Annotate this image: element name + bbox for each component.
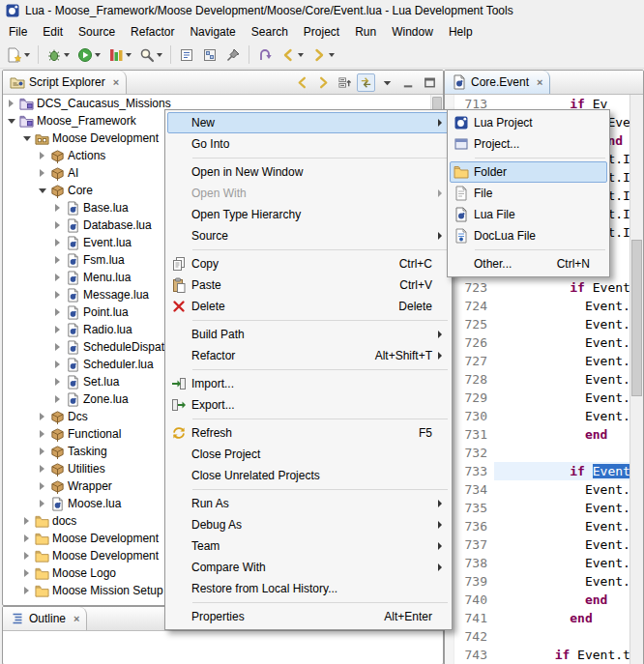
menu-run[interactable]: Run [347, 23, 384, 41]
minimize-icon[interactable] [399, 73, 418, 92]
menu-item-compare-with[interactable]: Compare With [167, 557, 450, 578]
menu-window[interactable]: Window [384, 23, 441, 41]
expander-expanded-icon[interactable] [7, 116, 16, 126]
menu-item-paste[interactable]: PasteCtrl+V [167, 274, 450, 296]
dropdown-arrow-icon[interactable] [329, 53, 335, 57]
dropdown-arrow-icon[interactable] [126, 53, 132, 57]
menu-item-source[interactable]: Source [167, 225, 450, 246]
dropdown-arrow-icon[interactable] [157, 53, 162, 57]
menu-refactor[interactable]: Refactor [123, 23, 182, 41]
expander-collapsed-icon[interactable] [53, 307, 63, 317]
menu-source[interactable]: Source [71, 23, 123, 41]
debug-button[interactable] [43, 43, 73, 68]
back-icon[interactable] [293, 73, 311, 92]
tab-script-explorer[interactable]: Script Explorer × [3, 71, 127, 94]
expander-collapsed-icon[interactable] [7, 99, 16, 108]
menu-item-properties[interactable]: PropertiesAlt+Enter [167, 606, 450, 627]
expander-collapsed-icon[interactable] [38, 168, 47, 178]
menu-edit[interactable]: Edit [35, 23, 71, 41]
menu-item-lua-project[interactable]: Lua Project [450, 112, 607, 133]
menu-item-export[interactable]: Export... [167, 394, 450, 416]
expander-collapsed-icon[interactable] [38, 412, 47, 421]
menu-item-import[interactable]: Import... [167, 373, 450, 394]
dropdown-arrow-icon[interactable] [95, 53, 101, 57]
editor-scrollbar[interactable] [629, 95, 643, 664]
menu-item-refactor[interactable]: RefactorAlt+Shift+T [167, 345, 450, 366]
run-button[interactable] [73, 43, 104, 68]
expander-collapsed-icon[interactable] [22, 586, 32, 595]
expander-collapsed-icon[interactable] [38, 151, 47, 160]
expander-expanded-icon[interactable] [38, 186, 47, 195]
expander-collapsed-icon[interactable] [38, 499, 47, 508]
expander-collapsed-icon[interactable] [38, 464, 47, 474]
expander-collapsed-icon[interactable] [53, 220, 63, 230]
menu-item-doclua-file[interactable]: DocLua File [450, 225, 607, 246]
expander-collapsed-icon[interactable] [53, 290, 63, 300]
menu-item-restore-from-local-history[interactable]: Restore from Local History... [167, 578, 450, 599]
menu-item-open-in-new-window[interactable]: Open in New Window [167, 161, 450, 183]
tab-core-event[interactable]: Core.Event × [445, 71, 550, 94]
scrollbar-thumb[interactable] [631, 240, 642, 396]
menu-item-new[interactable]: New [167, 112, 450, 133]
coverage-button[interactable] [104, 43, 135, 68]
menu-item-delete[interactable]: DeleteDelete [167, 296, 450, 317]
forward-icon[interactable] [314, 73, 333, 92]
pin-editor-button[interactable] [221, 43, 245, 68]
menu-item-team[interactable]: Team [167, 535, 450, 557]
expander-collapsed-icon[interactable] [38, 447, 47, 456]
tab-outline[interactable]: Outline × [3, 607, 87, 630]
link-with-editor-icon[interactable] [357, 73, 375, 92]
last-edit-location-button[interactable] [253, 43, 277, 68]
menu-item-refresh[interactable]: RefreshF5 [167, 422, 450, 444]
expander-collapsed-icon[interactable] [22, 568, 32, 578]
menu-item-close-unrelated-projects[interactable]: Close Unrelated Projects [167, 465, 450, 486]
menu-search[interactable]: Search [244, 23, 296, 41]
menu-help[interactable]: Help [441, 23, 481, 41]
view-menu-icon[interactable] [378, 73, 396, 92]
menu-project[interactable]: Project [296, 23, 347, 41]
mark-occurrences-button[interactable] [198, 43, 221, 68]
forward-button[interactable] [307, 43, 338, 68]
close-icon[interactable]: × [113, 76, 119, 88]
menu-item-close-project[interactable]: Close Project [167, 444, 450, 465]
dropdown-arrow-icon[interactable] [64, 53, 70, 57]
menu-item-other[interactable]: Other...Ctrl+N [450, 253, 607, 274]
menu-item-project[interactable]: Project... [450, 133, 607, 155]
new-wizard-button[interactable] [3, 43, 34, 68]
expander-collapsed-icon[interactable] [53, 273, 63, 282]
menu-item-run-as[interactable]: Run As [167, 493, 450, 514]
close-icon[interactable]: × [537, 76, 542, 88]
expander-collapsed-icon[interactable] [53, 394, 63, 404]
menu-file[interactable]: File [1, 23, 35, 41]
close-icon[interactable]: × [73, 613, 79, 624]
expander-collapsed-icon[interactable] [22, 516, 32, 526]
menu-navigate[interactable]: Navigate [182, 23, 243, 41]
expander-collapsed-icon[interactable] [22, 551, 32, 561]
menu-item-open-type-hierarchy[interactable]: Open Type Hierarchy [167, 204, 450, 225]
dropdown-arrow-icon[interactable] [24, 53, 30, 57]
expander-collapsed-icon[interactable] [53, 360, 63, 369]
maximize-icon[interactable] [421, 73, 439, 92]
open-element-button[interactable] [175, 43, 198, 68]
menu-item-folder[interactable]: Folder [450, 161, 607, 183]
expander-collapsed-icon[interactable] [53, 238, 63, 247]
menu-item-lua-file[interactable]: Lua File [450, 204, 607, 225]
collapse-all-icon[interactable] [336, 73, 354, 92]
menu-item-open-with[interactable]: Open With [167, 183, 450, 204]
menu-item-copy[interactable]: CopyCtrl+C [167, 253, 450, 274]
back-button[interactable] [277, 43, 307, 68]
expander-collapsed-icon[interactable] [53, 203, 63, 213]
menu-item-build-path[interactable]: Build Path [167, 324, 450, 345]
expander-collapsed-icon[interactable] [53, 255, 63, 265]
expander-collapsed-icon[interactable] [53, 325, 63, 334]
expander-expanded-icon[interactable] [22, 133, 32, 143]
expander-collapsed-icon[interactable] [22, 534, 32, 543]
menu-item-file[interactable]: File [450, 183, 607, 204]
menu-item-debug-as[interactable]: Debug As [167, 514, 450, 535]
menu-item-go-into[interactable]: Go Into [167, 133, 450, 155]
expander-collapsed-icon[interactable] [38, 429, 47, 439]
expander-collapsed-icon[interactable] [53, 377, 63, 387]
dropdown-arrow-icon[interactable] [298, 53, 304, 57]
search-button[interactable] [135, 43, 166, 68]
expander-collapsed-icon[interactable] [38, 481, 47, 491]
